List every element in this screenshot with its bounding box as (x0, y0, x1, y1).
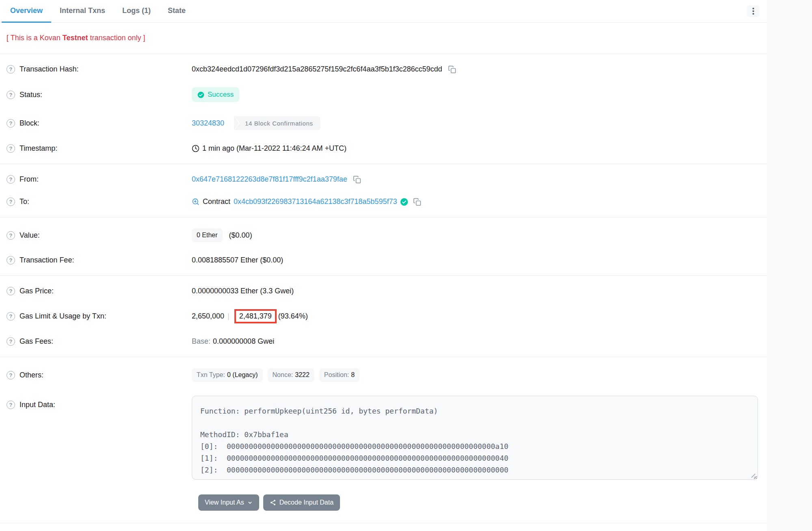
testnet-notice: [ This is a Kovan Testnet transaction on… (0, 23, 767, 54)
zoom-in-icon[interactable] (192, 198, 199, 206)
tab-state[interactable]: State (159, 0, 194, 23)
to-label: To: (6, 197, 192, 206)
transaction-fee-label: Transaction Fee: (6, 256, 192, 264)
copy-transaction-hash-button[interactable] (448, 65, 456, 74)
block-label: Block: (6, 119, 192, 128)
from-address-link[interactable]: 0x647e7168122263d8e7f81f17fff9c2f1aa379f… (192, 175, 347, 184)
verified-check-icon (400, 198, 408, 206)
value-row: Value: 0 Ether ($0.00) (0, 221, 767, 249)
help-icon[interactable] (6, 337, 15, 346)
nonce-key: Nonce: (273, 371, 293, 379)
transaction-details-card: Overview Internal Txns Logs (1) State [ … (0, 0, 767, 531)
tab-bar: Overview Internal Txns Logs (1) State (0, 0, 767, 23)
testnet-notice-suffix: transaction only ] (88, 34, 145, 42)
tab-overview[interactable]: Overview (2, 0, 51, 23)
gas-limit-separator: | (227, 312, 230, 321)
copy-icon (448, 65, 456, 74)
value-label: Value: (6, 231, 192, 240)
input-data-label: Input Data: (6, 396, 192, 409)
success-check-icon (197, 91, 204, 98)
value-fiat: ($0.00) (229, 231, 252, 240)
row-label-text: Transaction Hash: (19, 65, 78, 74)
section-gas: Gas Price: 0.0000000033 Ether (3.3 Gwei)… (0, 275, 767, 357)
confirmations-text: 14 Block Confirmations (234, 116, 320, 130)
position-value: 8 (351, 371, 355, 379)
nonce-value: 3222 (295, 371, 310, 379)
timestamp-value: 1 min ago (Mar-11-2022 11:46:24 AM +UTC) (202, 144, 346, 153)
gas-fees-row: Gas Fees: Base: 0.000000008 Gwei (0, 330, 767, 353)
transaction-fee-value: 0.0081885507 Ether ($0.00) (192, 256, 283, 264)
testnet-notice-bold: Testnet (63, 34, 88, 42)
chevron-down-icon (247, 500, 253, 505)
gas-fees-base-label: Base: (192, 337, 210, 346)
copy-to-address-button[interactable] (413, 198, 421, 206)
row-label-text: Gas Price: (19, 287, 54, 295)
row-label-text: Value: (19, 231, 40, 240)
view-input-as-button[interactable]: View Input As (198, 494, 259, 511)
transaction-hash-value: 0xcb324eedcd1d07296fdf3d215a2865275f159c… (192, 65, 442, 74)
row-label-text: To: (19, 197, 29, 206)
tab-internal-txns[interactable]: Internal Txns (51, 0, 114, 23)
gas-limit-row: Gas Limit & Usage by Txn: 2,650,000 | 2,… (0, 302, 767, 330)
help-icon[interactable] (6, 175, 15, 184)
others-row: Others: Txn Type: 0 (Legacy) Nonce: 3222… (0, 361, 767, 389)
copy-icon (353, 176, 361, 184)
input-data-textarea[interactable]: Function: performUpkeep(uint256 id, byte… (192, 396, 758, 480)
section-value: Value: 0 Ether ($0.00) Transaction Fee: … (0, 217, 767, 275)
input-data-actions: View Input As Decode Input Data (0, 489, 767, 519)
to-address-link[interactable]: 0x4cb093f226983713164a62138c3f718a5b595f… (234, 197, 397, 206)
row-label-text: Input Data: (19, 401, 55, 409)
testnet-notice-prefix: [ This is a Kovan (6, 34, 63, 42)
block-row: Block: 30324830 14 Block Confirmations (0, 109, 767, 137)
txn-type-value: 0 (Legacy) (227, 371, 258, 379)
timestamp-label: Timestamp: (6, 144, 192, 153)
help-icon[interactable] (6, 401, 15, 409)
input-data-row: Input Data: Function: performUpkeep(uint… (0, 389, 767, 489)
kebab-menu-icon (752, 7, 754, 15)
txn-type-badge: Txn Type: 0 (Legacy) (192, 368, 263, 382)
value-amount-badge: 0 Ether (192, 228, 223, 242)
txn-type-key: Txn Type: (197, 371, 225, 379)
more-options-button[interactable] (747, 5, 760, 17)
help-icon[interactable] (6, 371, 15, 379)
row-label-text: Block: (19, 119, 39, 128)
block-link[interactable]: 30324830 (192, 119, 224, 128)
value-amount-text: 0 Ether (197, 232, 218, 239)
status-text: Success (208, 91, 234, 99)
clock-icon (192, 145, 199, 152)
section-overview-top: Transaction Hash: 0xcb324eedcd1d07296fdf… (0, 54, 767, 164)
position-badge: Position: 8 (319, 368, 359, 382)
help-icon[interactable] (6, 287, 15, 295)
help-icon[interactable] (6, 91, 15, 99)
help-icon[interactable] (6, 144, 15, 153)
gas-limit-label: Gas Limit & Usage by Txn: (6, 312, 192, 321)
help-icon[interactable] (6, 197, 15, 206)
from-row: From: 0x647e7168122263d8e7f81f17fff9c2f1… (0, 168, 767, 191)
tab-logs[interactable]: Logs (1) (114, 0, 159, 23)
help-icon[interactable] (6, 312, 15, 321)
to-contract-label: Contract (203, 197, 230, 206)
timestamp-row: Timestamp: 1 min ago (Mar-11-2022 11:46:… (0, 137, 767, 160)
help-icon[interactable] (6, 119, 15, 128)
section-addresses: From: 0x647e7168122263d8e7f81f17fff9c2f1… (0, 164, 767, 217)
help-icon[interactable] (6, 231, 15, 240)
resize-handle-icon[interactable] (750, 472, 756, 478)
row-label-text: Others: (19, 371, 43, 379)
copy-from-address-button[interactable] (353, 176, 361, 184)
view-input-as-label: View Input As (205, 499, 244, 506)
section-others: Others: Txn Type: 0 (Legacy) Nonce: 3222… (0, 357, 767, 523)
gas-price-value: 0.0000000033 Ether (3.3 Gwei) (192, 287, 294, 295)
decode-input-data-button[interactable]: Decode Input Data (263, 494, 340, 511)
gas-price-row: Gas Price: 0.0000000033 Ether (3.3 Gwei) (0, 280, 767, 302)
to-row: To: Contract 0x4cb093f226983713164a62138… (0, 191, 767, 213)
help-icon[interactable] (6, 256, 15, 264)
position-key: Position: (324, 371, 349, 379)
gas-fees-base-value: 0.000000008 Gwei (213, 337, 274, 346)
row-label-text: Transaction Fee: (19, 256, 74, 264)
help-icon[interactable] (6, 65, 15, 74)
status-label: Status: (6, 91, 192, 99)
block-confirmations-badge: 14 Block Confirmations (234, 116, 320, 130)
status-row: Status: Success (0, 80, 767, 109)
row-label-text: From: (19, 175, 39, 184)
row-label-text: Timestamp: (19, 144, 57, 153)
